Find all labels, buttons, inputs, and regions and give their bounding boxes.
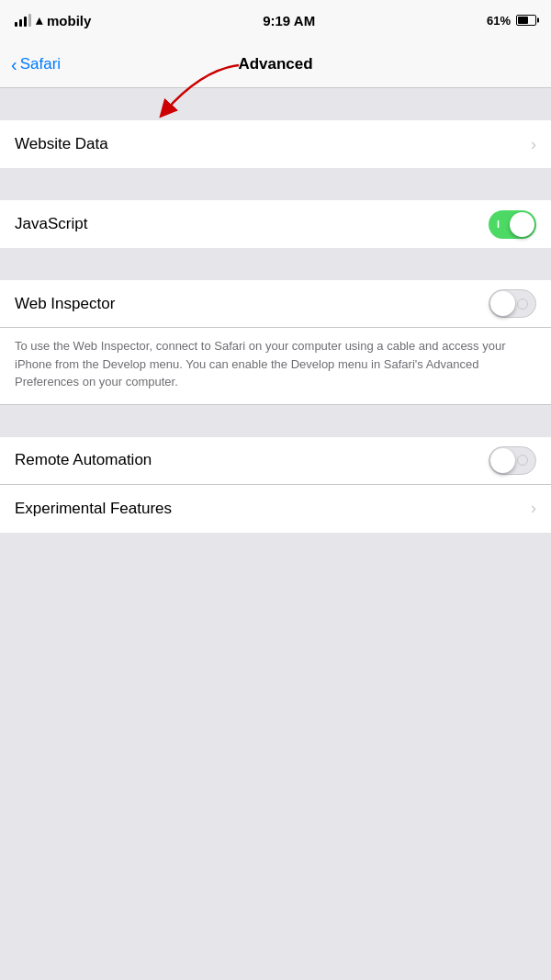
- web-inspector-toggle[interactable]: [489, 289, 536, 318]
- status-right: 61%: [487, 14, 536, 28]
- section-gap-4: [0, 405, 551, 437]
- back-button[interactable]: ‹ Safari: [11, 55, 61, 73]
- signal-bars-icon: [15, 14, 31, 27]
- experimental-features-right: ›: [531, 499, 536, 518]
- experimental-features-chevron-icon: ›: [531, 499, 536, 518]
- experimental-features-label: Experimental Features: [15, 500, 172, 518]
- remote-automation-toggle[interactable]: [489, 446, 536, 475]
- wifi-icon: ▴: [36, 13, 42, 28]
- javascript-group: JavaScript I: [0, 200, 551, 248]
- page-title: Advanced: [238, 55, 312, 73]
- back-label: Safari: [20, 55, 61, 73]
- remote-automation-right: [489, 446, 536, 475]
- experimental-features-row[interactable]: Experimental Features ›: [0, 485, 551, 533]
- toggle-off-indicator: [517, 299, 528, 310]
- section-gap-2: [0, 168, 551, 200]
- toggle-knob-off2: [490, 448, 515, 473]
- web-inspector-row: Web Inspector: [0, 280, 551, 328]
- toggle-knob-off: [490, 291, 515, 316]
- javascript-label: JavaScript: [15, 215, 87, 233]
- toggle-knob: [510, 212, 534, 237]
- status-bar: ▴ mobily 9:19 AM 61%: [0, 0, 551, 40]
- navigation-bar: ‹ Safari Advanced: [0, 40, 551, 88]
- website-data-row[interactable]: Website Data ›: [0, 120, 551, 168]
- web-inspector-right: [489, 289, 536, 318]
- section-gap-1: [0, 88, 551, 120]
- section-gap-3: [0, 248, 551, 280]
- status-time: 9:19 AM: [263, 13, 315, 28]
- bottom-area: [0, 533, 551, 808]
- toggle-on-indicator: I: [497, 219, 500, 230]
- remote-automation-row: Remote Automation: [0, 437, 551, 485]
- back-chevron-icon: ‹: [11, 55, 17, 73]
- toggle-off-indicator2: [517, 455, 528, 466]
- javascript-toggle[interactable]: I: [489, 210, 536, 239]
- javascript-row: JavaScript I: [0, 200, 551, 248]
- web-inspector-description: To use the Web Inspector, connect to Saf…: [0, 328, 551, 405]
- carrier-label: mobily: [47, 13, 91, 28]
- javascript-right: I: [489, 210, 536, 239]
- status-left: ▴ mobily: [15, 13, 91, 28]
- remote-automation-label: Remote Automation: [15, 451, 152, 469]
- website-data-right: ›: [531, 135, 536, 154]
- web-inspector-label: Web Inspector: [15, 295, 115, 313]
- website-data-chevron-icon: ›: [531, 135, 536, 154]
- website-data-group: Website Data ›: [0, 120, 551, 168]
- web-inspector-group: Web Inspector To use the Web Inspector, …: [0, 280, 551, 405]
- website-data-label: Website Data: [15, 135, 108, 153]
- battery-percent: 61%: [487, 14, 511, 28]
- automation-group: Remote Automation Experimental Features …: [0, 437, 551, 533]
- battery-icon: [516, 15, 536, 26]
